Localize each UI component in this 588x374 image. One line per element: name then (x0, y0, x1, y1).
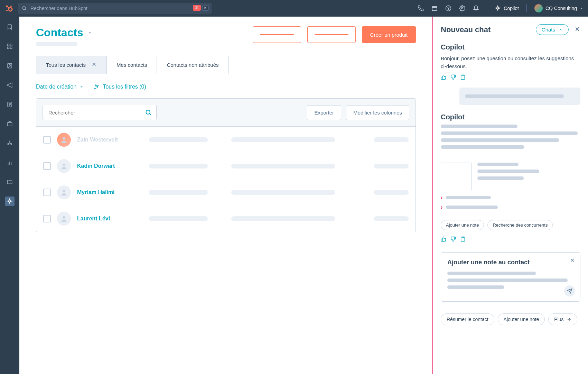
svg-rect-42 (462, 75, 464, 76)
copilot-panel: Nouveau chat Chats Copilot Bonjour, pose… (432, 17, 588, 374)
row-checkbox[interactable] (43, 136, 51, 144)
table-row: Laurent Lévi (36, 206, 416, 232)
tab-2[interactable]: Contacts non attribués (157, 56, 228, 74)
notifications-icon[interactable] (473, 5, 479, 11)
create-product-button[interactable]: Créer un produit (362, 26, 416, 43)
svg-point-34 (146, 110, 150, 114)
sidebar-marketing[interactable] (5, 80, 15, 90)
add-note-bottom-pill[interactable]: Ajouter une note (498, 313, 545, 325)
sidebar-bookmark[interactable] (5, 22, 15, 32)
thumbs-up-icon[interactable] (441, 74, 446, 81)
export-button[interactable]: Exporter (307, 105, 341, 120)
marketplace-icon[interactable] (431, 5, 438, 11)
sidebar-dashboard[interactable] (5, 42, 15, 51)
send-button[interactable] (564, 285, 575, 297)
contact-name-link[interactable]: Zain Westervelt (77, 137, 139, 143)
table-search-input[interactable] (43, 105, 157, 120)
svg-rect-20 (7, 122, 12, 126)
thumbs-down-icon[interactable] (450, 74, 456, 81)
settings-icon[interactable] (459, 5, 465, 11)
contact-card-preview (441, 163, 580, 190)
contact-name-link[interactable]: Laurent Lévi (77, 216, 139, 222)
thumbs-down-icon[interactable] (450, 236, 456, 243)
contact-name-link[interactable]: Kadin Dorwart (77, 163, 139, 169)
clipboard-icon[interactable] (460, 236, 466, 243)
cmd-key-icon: ⌘ (193, 5, 201, 11)
cell-skeleton (374, 137, 409, 142)
all-filters[interactable]: Tous les filtres (0) (94, 84, 146, 90)
sidebar-reports[interactable] (5, 158, 15, 167)
summarize-contact-pill[interactable]: Résumer le contact (441, 313, 494, 325)
close-panel-icon[interactable] (574, 26, 580, 34)
svg-point-32 (95, 85, 96, 86)
cell-skeleton (231, 137, 335, 142)
header-action-1[interactable] (253, 26, 301, 43)
subtitle-skeleton (36, 42, 77, 46)
thumbs-up-icon[interactable] (441, 236, 446, 243)
copilot-label: Copilot (504, 6, 519, 11)
note-card-title: Ajouter une note au contact (447, 259, 574, 266)
contact-avatar (57, 159, 71, 173)
copilot-section-2: Copilot (441, 113, 580, 121)
chevron-right-icon: › (441, 204, 442, 210)
page-title-dropdown[interactable]: Contacts (36, 26, 93, 39)
sidebar-copilot[interactable] (5, 197, 15, 206)
contact-avatar (57, 185, 71, 199)
card-image-placeholder (441, 163, 472, 190)
divider (487, 4, 487, 12)
link-item[interactable]: › (441, 194, 580, 201)
more-actions-pill[interactable]: Plus (548, 313, 577, 325)
tab-1[interactable]: Mes contacts (107, 56, 157, 74)
tab-close-icon[interactable] (91, 62, 97, 68)
search-icon[interactable] (145, 109, 152, 117)
competitor-research-pill[interactable]: Recherche des concurrents (487, 220, 553, 230)
contact-avatar (57, 133, 71, 147)
chevron-down-icon (559, 28, 563, 32)
k-key: K (202, 5, 209, 11)
date-filter[interactable]: Date de création (36, 84, 84, 90)
row-checkbox[interactable] (43, 189, 51, 196)
main-content: Contacts Créer un produit Tous les conta… (19, 17, 432, 374)
account-name: CQ Consulting (545, 6, 577, 11)
contact-name-link[interactable]: Myriam Halimi (77, 189, 139, 195)
edit-columns-button[interactable]: Modifier les colonnes (346, 105, 409, 120)
note-input-skeleton[interactable] (447, 272, 574, 289)
global-search-input[interactable] (18, 3, 212, 14)
cell-skeleton (374, 164, 409, 168)
link-item[interactable]: › (441, 204, 580, 210)
sidebar-content[interactable] (5, 100, 15, 109)
contacts-table: Exporter Modifier les colonnes Zain West… (36, 98, 416, 232)
sidebar-commerce[interactable] (5, 119, 15, 129)
cell-skeleton (149, 164, 208, 168)
svg-point-38 (63, 190, 65, 192)
sidebar-automation[interactable] (5, 138, 15, 148)
cell-skeleton (149, 137, 208, 142)
table-row: Zain Westervelt (36, 127, 416, 153)
svg-rect-43 (462, 237, 464, 238)
row-checkbox[interactable] (43, 215, 51, 222)
table-row: Kadin Dorwart (36, 153, 416, 179)
close-note-icon[interactable] (570, 257, 575, 264)
chats-dropdown[interactable]: Chats (536, 24, 569, 35)
clipboard-icon[interactable] (460, 74, 466, 81)
svg-point-37 (63, 164, 65, 166)
svg-line-6 (25, 9, 26, 10)
copilot-nav-button[interactable]: Copilot (495, 5, 519, 11)
add-note-pill[interactable]: Ajouter une note (441, 220, 484, 230)
header-action-2[interactable] (307, 26, 356, 43)
sidebar-files[interactable] (5, 177, 15, 187)
tab-0[interactable]: Tous les contacts (36, 56, 107, 74)
filter-icon (94, 84, 100, 90)
svg-line-35 (150, 114, 151, 115)
cell-skeleton (149, 216, 208, 221)
row-checkbox[interactable] (43, 162, 51, 170)
sidebar-contacts[interactable] (5, 61, 15, 71)
account-menu[interactable]: CQ Consulting (534, 4, 584, 12)
hubspot-logo[interactable] (4, 3, 14, 13)
copilot-section-1: Copilot (441, 43, 580, 51)
help-icon[interactable] (445, 5, 451, 11)
svg-rect-11 (10, 44, 12, 46)
chevron-down-icon (79, 84, 84, 89)
phone-icon[interactable] (418, 5, 424, 11)
svg-point-9 (461, 8, 463, 9)
